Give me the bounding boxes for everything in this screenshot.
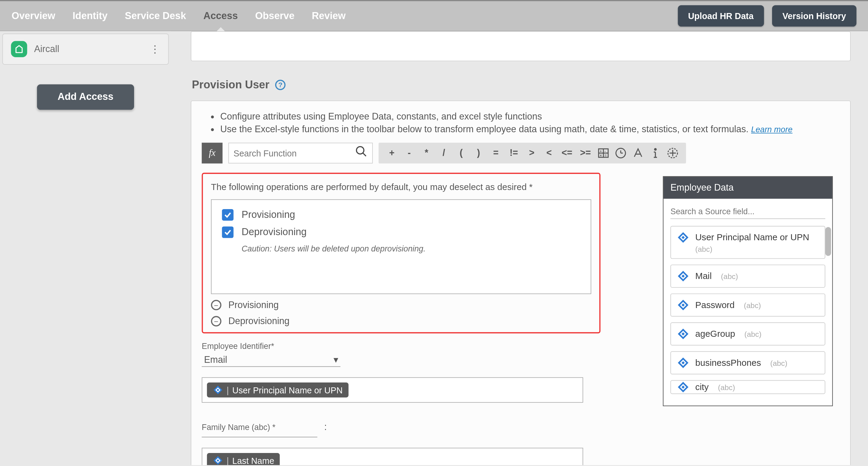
field-type: (abc) (718, 383, 735, 392)
diamond-icon (677, 270, 689, 283)
diamond-icon (677, 231, 689, 244)
previous-card-stub (191, 31, 851, 61)
field-type: (abc) (721, 272, 738, 280)
operations-note: The following operations are performed b… (211, 182, 591, 192)
search-function-input[interactable] (234, 148, 355, 158)
math-category-icon[interactable]: +-×= (595, 147, 612, 159)
field-name: Password (695, 300, 735, 310)
operations-highlight-box: The following operations are performed b… (202, 173, 600, 334)
help-icon[interactable]: ? (275, 80, 285, 90)
toggle-deprovisioning-label: Deprovisioning (228, 316, 289, 326)
search-icon[interactable] (355, 145, 367, 161)
checkbox-provisioning[interactable] (222, 209, 234, 221)
field-card-password[interactable]: Password (abc) (670, 293, 825, 316)
employee-identifier-select[interactable]: Email ▾ (202, 353, 340, 367)
operations-checkbox-area: Provisioning Deprovisioning Caution: Use… (211, 199, 591, 294)
op-lte[interactable]: <= (558, 148, 576, 158)
diamond-icon (213, 385, 223, 395)
checkbox-deprovisioning-label: Deprovisioning (242, 227, 307, 238)
section-title-text: Provision User (192, 79, 269, 91)
upn-token-input[interactable]: |User Principal Name or UPN (202, 377, 583, 403)
svg-text:=: = (604, 153, 607, 158)
checkbox-provisioning-label: Provisioning (242, 209, 295, 221)
text-category-icon[interactable] (629, 147, 647, 159)
field-type: (abc) (695, 245, 712, 254)
provision-card: Configure attributes using Employee Data… (191, 100, 851, 465)
op-eq[interactable]: = (487, 148, 504, 158)
bullet-1: Configure attributes using Employee Data… (220, 112, 850, 122)
field-name: User Principal Name or UPN (695, 232, 809, 243)
svg-text:+: + (599, 149, 602, 153)
field-name: businessPhones (695, 358, 761, 368)
learn-more-link[interactable]: Learn more (751, 125, 793, 134)
diamond-icon (677, 381, 689, 393)
checkbox-deprovisioning[interactable] (222, 227, 234, 238)
field-card-city[interactable]: city (abc) (670, 380, 825, 394)
op-plus[interactable]: + (383, 148, 400, 158)
tab-review[interactable]: Review (312, 1, 346, 31)
operator-bar: + - * / ( ) = != > < <= >= +-×= (379, 143, 686, 164)
fx-icon: fx (202, 143, 222, 164)
svg-point-12 (655, 149, 656, 150)
op-lt[interactable]: < (540, 148, 557, 158)
employee-data-panel: Employee Data User Principal Name or UPN… (663, 176, 833, 406)
svg-text:×: × (599, 153, 602, 158)
svg-line-1 (363, 153, 366, 156)
add-access-button[interactable]: Add Access (37, 85, 134, 110)
upload-hr-data-button[interactable]: Upload HR Data (678, 5, 764, 27)
field-type: (abc) (770, 359, 787, 367)
datetime-category-icon[interactable] (612, 147, 629, 159)
tab-service-desk[interactable]: Service Desk (125, 1, 186, 31)
left-sidebar: Aircall ⋮ Add Access (0, 31, 171, 110)
field-type: (abc) (744, 301, 761, 310)
bullet-2: Use the Excel-style functions in the too… (220, 124, 850, 135)
tab-identity[interactable]: Identity (73, 1, 107, 31)
field-name: city (695, 382, 709, 392)
employee-data-search-input[interactable] (670, 205, 825, 218)
op-gt[interactable]: > (523, 148, 540, 158)
field-name: Mail (695, 271, 712, 281)
diamond-icon (213, 456, 223, 465)
main-content: Provision User ? Configure attributes us… (174, 31, 868, 465)
info-category-icon[interactable] (647, 147, 664, 159)
field-type: (abc) (744, 330, 762, 338)
toggle-provisioning-label: Provisioning (228, 300, 278, 310)
op-minus[interactable]: - (400, 148, 417, 158)
section-title: Provision User ? (192, 79, 862, 91)
field-name: ageGroup (695, 329, 735, 339)
field-card-businessphones[interactable]: businessPhones (abc) (670, 351, 825, 374)
employee-identifier-value: Email (204, 354, 227, 365)
op-div[interactable]: / (435, 148, 453, 158)
top-nav: Overview Identity Service Desk Access Ob… (0, 0, 868, 31)
app-menu-icon[interactable]: ⋮ (150, 44, 160, 54)
toggle-deprovisioning-remove-icon[interactable]: − (211, 316, 221, 326)
tab-overview[interactable]: Overview (11, 1, 55, 31)
diamond-icon (677, 328, 689, 340)
svg-text:-: - (604, 149, 606, 153)
upn-token[interactable]: |User Principal Name or UPN (207, 382, 348, 398)
op-lparen[interactable]: ( (453, 148, 470, 158)
field-card-mail[interactable]: Mail (abc) (670, 265, 825, 288)
tab-observe[interactable]: Observe (255, 1, 294, 31)
toggle-provisioning-remove-icon[interactable]: − (211, 300, 221, 310)
stats-category-icon[interactable] (664, 147, 681, 159)
version-history-button[interactable]: Version History (772, 5, 857, 27)
diamond-icon (677, 356, 689, 369)
employee-data-title: Employee Data (663, 177, 832, 199)
aircall-icon (11, 41, 27, 57)
op-rparen[interactable]: ) (470, 148, 487, 158)
tab-access[interactable]: Access (204, 1, 238, 31)
lastname-token-input[interactable]: |Last Name (202, 448, 583, 465)
app-card-aircall[interactable]: Aircall ⋮ (2, 34, 169, 65)
field-card-agegroup[interactable]: ageGroup (abc) (670, 322, 825, 345)
field-card-upn[interactable]: User Principal Name or UPN (abc) (670, 226, 825, 259)
op-mult[interactable]: * (418, 148, 435, 158)
deprovisioning-caution: Caution: Users will be deleted upon depr… (242, 244, 580, 253)
family-name-label: Family Name (abc) * (202, 423, 317, 432)
employee-data-scrollbar[interactable] (825, 227, 831, 256)
op-gte[interactable]: >= (576, 148, 595, 158)
chevron-down-icon: ▾ (334, 354, 338, 365)
lastname-token[interactable]: |Last Name (207, 453, 280, 465)
svg-point-0 (356, 147, 364, 154)
op-neq[interactable]: != (504, 148, 523, 158)
